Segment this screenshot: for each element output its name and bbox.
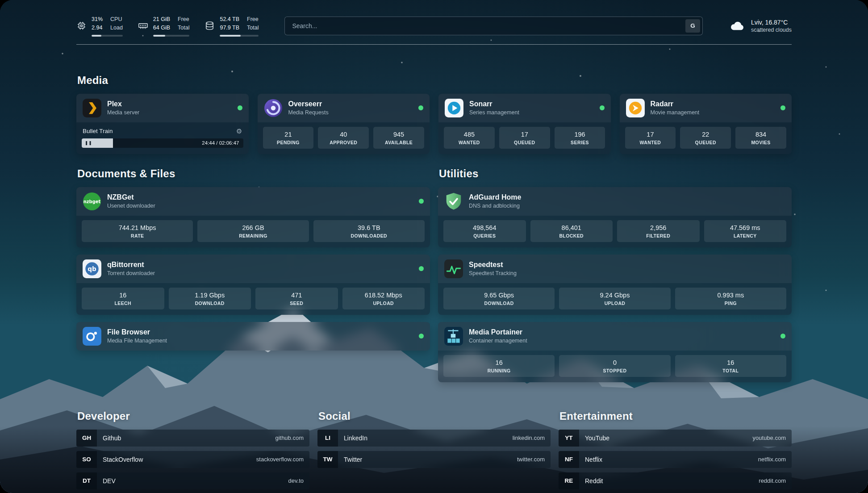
app-name: Speedtest bbox=[469, 261, 517, 269]
disk-total-value: 97.9 TB bbox=[220, 24, 239, 32]
app-card-plex[interactable]: Plex Media server Bullet Train ⚙ ❚❚ 24:4… bbox=[76, 94, 249, 154]
search-engine-button[interactable]: G bbox=[685, 19, 700, 33]
stat-label: QUERIES bbox=[446, 233, 523, 238]
disk-widget: 52.4 TB 97.9 TB Free Total bbox=[204, 15, 259, 37]
app-desc: Container management bbox=[469, 338, 527, 344]
now-playing-title: Bullet Train bbox=[83, 128, 113, 134]
card-stats-panel: 16 RUNNING 0 STOPPED 16 TOTAL bbox=[438, 351, 792, 382]
app-name: AdGuard Home bbox=[469, 193, 521, 201]
svg-text:nzbget: nzbget bbox=[83, 199, 101, 204]
link-url: dev.to bbox=[288, 477, 304, 484]
link-abbr-badge: RE bbox=[559, 472, 579, 489]
link-abbr-badge: TW bbox=[317, 451, 338, 468]
link-github[interactable]: GH Github github.com bbox=[76, 430, 309, 447]
section-documents: Documents & Files nzbget NZBGet Usenet d… bbox=[76, 167, 430, 382]
app-card-adguard-home[interactable]: AdGuard Home DNS and adblocking 498,564 … bbox=[438, 187, 792, 247]
app-card-radarr[interactable]: Radarr Movie management 17 WANTED 22 QUE… bbox=[620, 94, 792, 154]
stat-value: 22 bbox=[683, 131, 728, 138]
stat-value: 498,564 bbox=[446, 224, 523, 231]
stat-value: 744.21 Mbps bbox=[84, 224, 190, 231]
link-youtube[interactable]: YT YouTube youtube.com bbox=[559, 430, 792, 447]
link-group-entertainment: Entertainment YT YouTube youtube.com NF … bbox=[559, 410, 792, 489]
stat-label: LATENCY bbox=[707, 233, 784, 238]
app-card-qbittorrent[interactable]: qb qBittorrent Torrent downloader 16 LEE… bbox=[76, 255, 430, 315]
app-name: Media Portainer bbox=[469, 328, 527, 336]
stat-value: 17 bbox=[628, 131, 673, 138]
link-url: stackoverflow.com bbox=[256, 456, 304, 463]
sonarr-icon bbox=[445, 99, 463, 117]
stat-label: REMAINING bbox=[200, 233, 306, 238]
card-header: Speedtest Speedtest Tracking bbox=[438, 255, 792, 283]
link-abbr-badge: LI bbox=[317, 430, 338, 447]
stat-value: 266 GB bbox=[200, 224, 306, 231]
card-header: nzbget NZBGet Usenet downloader bbox=[76, 187, 430, 216]
stat-leech: 16 LEECH bbox=[82, 288, 164, 309]
stat-label: WANTED bbox=[447, 140, 492, 145]
link-netflix[interactable]: NF Netflix netflix.com bbox=[559, 451, 792, 468]
cloud-icon bbox=[729, 20, 746, 32]
app-desc: Usenet downloader bbox=[107, 203, 155, 209]
stat-total: 16 TOTAL bbox=[675, 355, 786, 377]
app-card-nzbget[interactable]: nzbget NZBGet Usenet downloader 744.21 M… bbox=[76, 187, 430, 247]
app-card-media-portainer[interactable]: Media Portainer Container management 16 … bbox=[438, 322, 792, 382]
stat-stopped: 0 STOPPED bbox=[559, 355, 670, 377]
app-desc: Media Requests bbox=[288, 109, 329, 116]
top-bar: 31% 2.94 CPU Load bbox=[76, 0, 792, 37]
dashboard-window: 31% 2.94 CPU Load bbox=[0, 0, 868, 493]
search-input[interactable] bbox=[291, 22, 685, 30]
stat-value: 16 bbox=[84, 292, 162, 299]
status-online-dot bbox=[418, 105, 423, 110]
ram-free-value: 21 GiB bbox=[153, 15, 170, 24]
stat-series: 196 SERIES bbox=[555, 127, 605, 149]
cpu-load-label: Load bbox=[110, 24, 123, 32]
stat-label: LEECH bbox=[84, 301, 162, 306]
stat-pending: 21 PENDING bbox=[263, 127, 314, 149]
stat-queued: 17 QUEUED bbox=[499, 127, 550, 149]
link-linkedin[interactable]: LI LinkedIn linkedin.com bbox=[317, 430, 551, 447]
weather-widget[interactable]: Lviv, 16.87°C scattered clouds bbox=[729, 19, 792, 33]
app-card-overseerr[interactable]: Overseerr Media Requests 21 PENDING 40 A… bbox=[258, 94, 430, 154]
stat-label: SERIES bbox=[557, 140, 603, 145]
filebrowser-icon bbox=[83, 327, 101, 346]
playback-progress-bar[interactable]: ❚❚ 24:44 / 02:06:47 bbox=[82, 138, 243, 148]
link-reddit[interactable]: RE Reddit reddit.com bbox=[559, 472, 792, 489]
link-url: linkedin.com bbox=[513, 435, 545, 441]
pause-icon[interactable]: ❚❚ bbox=[85, 141, 92, 145]
stat-value: 1.19 Gbps bbox=[171, 292, 249, 299]
stat-value: 21 bbox=[266, 131, 311, 138]
app-card-speedtest[interactable]: Speedtest Speedtest Tracking 9.65 Gbps D… bbox=[438, 255, 792, 315]
app-name: Radarr bbox=[651, 100, 700, 108]
gear-icon[interactable]: ⚙ bbox=[236, 128, 242, 134]
link-abbr-badge: DT bbox=[76, 472, 97, 489]
stat-seed: 471 SEED bbox=[255, 288, 338, 309]
stat-wanted: 485 WANTED bbox=[444, 127, 495, 149]
card-header: Sonarr Series management bbox=[438, 94, 611, 122]
card-stats-panel: 16 LEECH 1.19 Gbps DOWNLOAD 471 SEED 618… bbox=[76, 283, 430, 315]
stat-value: 39.6 TB bbox=[316, 224, 422, 231]
stat-label: QUEUED bbox=[683, 140, 728, 145]
link-stackoverflow[interactable]: SO StackOverflow stackoverflow.com bbox=[76, 451, 309, 468]
link-twitter[interactable]: TW Twitter twitter.com bbox=[317, 451, 551, 468]
app-card-sonarr[interactable]: Sonarr Series management 485 WANTED 17 Q… bbox=[438, 94, 611, 154]
stat-label: UPLOAD bbox=[562, 301, 668, 306]
card-stats-panel: 744.21 Mbps RATE 266 GB REMAINING 39.6 T… bbox=[76, 216, 430, 247]
app-card-file-browser[interactable]: File Browser Media File Management bbox=[76, 322, 430, 351]
header-divider bbox=[76, 44, 792, 45]
link-dev[interactable]: DT DEV dev.to bbox=[76, 472, 309, 489]
card-header: File Browser Media File Management bbox=[76, 322, 430, 351]
status-online-dot bbox=[419, 266, 424, 271]
search-bar[interactable]: G bbox=[284, 17, 703, 35]
stat-download: 9.65 Gbps DOWNLOAD bbox=[443, 288, 555, 309]
stat-label: SEED bbox=[258, 301, 335, 306]
stat-label: QUEUED bbox=[502, 140, 547, 145]
app-desc: Speedtest Tracking bbox=[469, 270, 517, 276]
stat-queued: 22 QUEUED bbox=[680, 127, 731, 149]
stat-running: 16 RUNNING bbox=[443, 355, 555, 377]
stat-value: 47.569 ms bbox=[707, 224, 784, 231]
stat-ping: 0.993 ms PING bbox=[675, 288, 786, 309]
weather-condition: scattered clouds bbox=[751, 27, 792, 33]
stat-value: 618.52 Mbps bbox=[345, 292, 422, 299]
link-name: StackOverflow bbox=[103, 456, 143, 463]
stat-downloaded: 39.6 TB DOWNLOADED bbox=[313, 220, 425, 242]
stat-value: 9.65 Gbps bbox=[446, 292, 552, 299]
